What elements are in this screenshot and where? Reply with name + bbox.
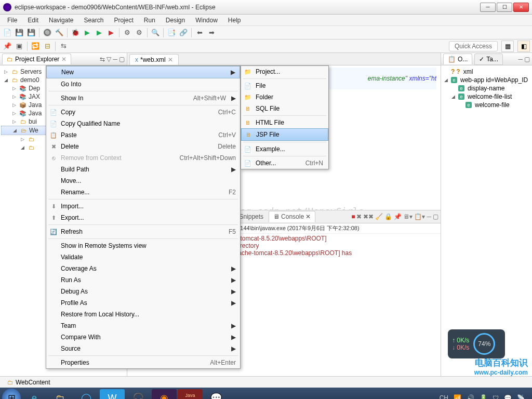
menu-item[interactable]: PropertiesAlt+Enter <box>46 357 240 368</box>
menu-item[interactable]: ⬇Import... <box>46 201 240 212</box>
remove-all-icon[interactable]: ✖✖ <box>363 213 374 220</box>
tab-console[interactable]: 🖥 Console ✕ <box>269 211 315 222</box>
tray-icon[interactable]: 🛡 <box>493 394 499 399</box>
menu-item[interactable]: Rename...F2 <box>46 187 240 198</box>
project-explorer-tab[interactable]: 🗀 Project Explorer ✕ <box>2 54 71 64</box>
tray-icon[interactable]: 💬 <box>504 394 512 399</box>
server-icon[interactable]: ⚙ <box>122 28 132 38</box>
menu-window[interactable]: Window <box>190 15 223 25</box>
context-menu[interactable]: New▶Go IntoShow InAlt+Shift+W▶📄CopyCtrl+… <box>46 65 241 369</box>
minimize-view-icon[interactable]: ─ <box>113 56 117 63</box>
menu-run[interactable]: Run <box>139 15 161 25</box>
pin-icon[interactable]: 📌 <box>2 41 12 51</box>
back-icon[interactable]: ⬅ <box>194 28 205 38</box>
tray-icon[interactable]: 📶 <box>454 394 461 399</box>
wps-icon[interactable]: W <box>100 389 125 399</box>
explorer-icon[interactable]: 🗀 <box>48 389 73 399</box>
scroll-lock-icon[interactable]: 🔒 <box>384 213 392 220</box>
max-icon[interactable]: ▢ <box>433 213 438 220</box>
outline-tree[interactable]: ??xml◢eweb-app id=WebApp_IDedisplay-name… <box>441 65 532 111</box>
remove-launch-icon[interactable]: ✖ <box>356 213 362 220</box>
menu-navigate[interactable]: Navigate <box>44 15 78 25</box>
ext-tools-icon[interactable]: ▶ <box>106 28 116 38</box>
submenu-item[interactable]: 📁Project... <box>241 66 328 77</box>
menu-item[interactable]: Go Into <box>46 78 240 90</box>
menu-item[interactable]: Debug As▶ <box>46 286 240 297</box>
pin-console-icon[interactable]: 📌 <box>394 213 402 220</box>
menu-item[interactable]: Restore from Local History... <box>46 309 240 320</box>
new-icon[interactable]: 📄 <box>2 28 12 38</box>
open-type-icon[interactable]: 🔘 <box>42 28 52 38</box>
menu-help[interactable]: Help <box>223 15 246 25</box>
editor-tab-webxml[interactable]: x *web.xml ✕ <box>129 54 179 65</box>
outline-item[interactable]: ◢eweb-app id=WebApp_ID <box>443 76 530 84</box>
save-icon[interactable]: 💾 <box>14 28 24 38</box>
submenu-item[interactable]: 📁Folder <box>241 91 328 103</box>
menu-item[interactable]: Show InAlt+Shift+W▶ <box>46 92 240 104</box>
menu-file[interactable]: File <box>2 15 22 25</box>
menu-item[interactable]: ⎋Remove from ContextCtrl+Alt+Shift+Down <box>46 152 240 164</box>
app-icon[interactable]: 🎧 <box>126 389 151 399</box>
save-all-icon[interactable]: 💾 <box>26 28 36 38</box>
menu-item[interactable]: 📋PasteCtrl+V <box>46 129 240 141</box>
search-icon[interactable]: 🔍 <box>150 28 161 38</box>
browser-icon[interactable]: ◯ <box>74 389 99 399</box>
coverage-icon[interactable]: ▶ <box>94 28 104 38</box>
min-icon[interactable]: ─ <box>518 56 523 63</box>
submenu-item[interactable]: 🗎SQL File <box>241 103 328 114</box>
tray-icon[interactable]: 🔊 <box>467 394 474 399</box>
menu-search[interactable]: Search <box>78 15 109 25</box>
menu-item[interactable]: Source▶ <box>46 343 240 354</box>
new-server-icon[interactable]: ⚙ <box>134 28 144 38</box>
tasks-tab[interactable]: ✓ Ta... <box>474 54 503 65</box>
menu-design[interactable]: Design <box>161 15 190 25</box>
ie-icon[interactable]: e <box>22 389 47 399</box>
maximize-view-icon[interactable]: ▢ <box>119 56 125 63</box>
menu-item[interactable]: Build Path▶ <box>46 164 240 175</box>
perspective-icon[interactable]: ▣ <box>14 41 24 51</box>
build-icon[interactable]: 🔨 <box>54 28 64 38</box>
view-menu-icon[interactable]: ▽ <box>107 56 111 63</box>
menu-item[interactable]: Profile As▶ <box>46 297 240 309</box>
outline-tab[interactable]: 📋 O... <box>443 54 472 64</box>
link-icon[interactable]: 🔗 <box>178 28 189 38</box>
close-button[interactable]: ✕ <box>513 3 529 12</box>
menu-item[interactable]: Validate <box>46 251 240 263</box>
menu-item[interactable]: Show in Remote Systems view <box>46 240 240 251</box>
menu-item[interactable]: New▶ <box>46 66 240 78</box>
minimize-button[interactable]: ─ <box>480 3 496 12</box>
close-icon[interactable]: ✕ <box>168 56 173 63</box>
outline-item[interactable]: ◢ewelcome-file-list <box>443 92 530 101</box>
menu-item[interactable]: Team▶ <box>46 320 240 331</box>
menu-edit[interactable]: Edit <box>22 15 44 25</box>
status-tab[interactable]: 🗀 WebContent <box>3 378 55 387</box>
menu-item[interactable]: 📄Copy Qualified Name <box>46 118 240 129</box>
javaee-icon[interactable]: JavaEE <box>178 389 203 399</box>
tray-icon[interactable]: 📡 <box>517 394 525 399</box>
forward-icon[interactable]: ➡ <box>206 28 217 38</box>
outline-item[interactable]: ewelcome-file <box>443 101 530 109</box>
start-button[interactable]: ⊞ <box>2 389 21 399</box>
collapse-icon[interactable]: ⊟ <box>42 41 52 51</box>
maximize-button[interactable]: ☐ <box>497 3 512 12</box>
outline-item[interactable]: edisplay-name <box>443 84 530 92</box>
open-perspective-button[interactable]: ▦ <box>501 41 514 52</box>
system-tray[interactable]: CH 📶 🔊 🔋 🛡 💬 📡 <box>440 394 530 399</box>
link-editor-icon[interactable]: ⇆ <box>100 56 105 63</box>
eclipse-task-icon[interactable]: ◉ <box>152 389 177 399</box>
network-widget[interactable]: ↑ 0K/s ↓ 0K/s 74% <box>448 329 505 358</box>
outline-sync-icon[interactable]: 🔁 <box>30 41 41 51</box>
menu-item[interactable]: ✖DeleteDelete <box>46 141 240 152</box>
toggle-breadcrumb-icon[interactable]: 📑 <box>166 28 177 38</box>
submenu-item[interactable]: 📄Other...Ctrl+N <box>241 157 328 169</box>
submenu-item[interactable]: 🗎JSP File <box>241 128 328 141</box>
menu-item[interactable]: Run As▶ <box>46 274 240 286</box>
menu-item[interactable]: ⬆Export... <box>46 212 240 223</box>
submenu-item[interactable]: 🗎HTML File <box>241 117 328 128</box>
close-icon[interactable]: ✕ <box>61 56 66 63</box>
min-icon[interactable]: ─ <box>427 213 431 220</box>
menu-item[interactable]: Move... <box>46 175 240 187</box>
submenu-item[interactable]: 📄File <box>241 80 328 91</box>
debug-icon[interactable]: 🐞 <box>70 28 81 38</box>
submenu-item[interactable]: 📄Example... <box>241 143 328 155</box>
